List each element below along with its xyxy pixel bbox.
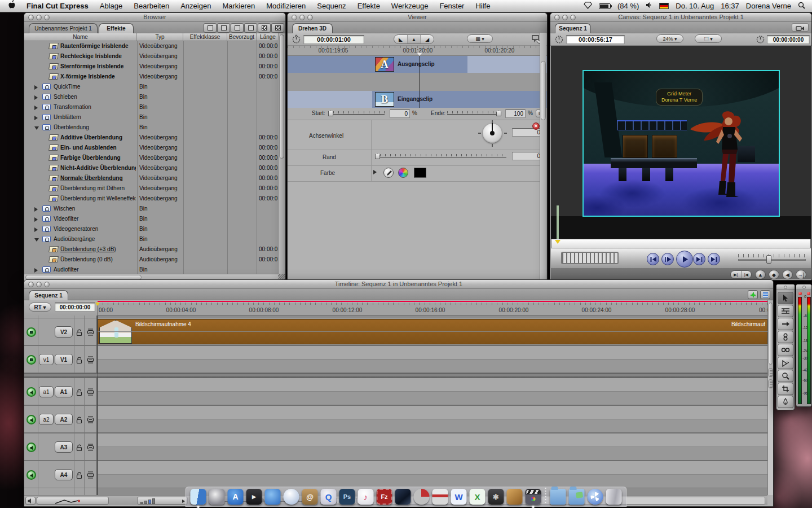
start-value-field[interactable]: 0 bbox=[390, 110, 410, 118]
track-lane-v2[interactable]: Bildschirmaufnahme 4Bildschirmauf bbox=[98, 318, 767, 345]
stopwatch-icon[interactable] bbox=[554, 34, 564, 44]
effect-row-quicktime[interactable]: QuickTimeBin bbox=[24, 82, 279, 92]
effect-row-farbige-uberblendung[interactable]: Farbige ÜberblendungVideoübergang00:00:0 bbox=[24, 153, 279, 163]
volume-icon[interactable] bbox=[646, 2, 652, 10]
tab-drehen-3d[interactable]: Drehen 3D bbox=[292, 23, 333, 33]
minimize-button[interactable] bbox=[36, 15, 42, 20]
color-swatch[interactable] bbox=[414, 168, 426, 178]
next-edit-button[interactable] bbox=[708, 253, 720, 265]
disclosure-triangle[interactable] bbox=[34, 95, 38, 100]
dock-icon-gear-app[interactable]: ✱ bbox=[488, 489, 504, 505]
edit-selection-tool[interactable] bbox=[778, 305, 793, 317]
menu-markieren[interactable]: Markieren bbox=[217, 0, 261, 12]
eyedropper-button[interactable] bbox=[383, 168, 394, 178]
disclosure-triangle[interactable] bbox=[34, 207, 38, 212]
menu-fenster[interactable]: Fenster bbox=[434, 0, 470, 12]
dock-icon-finder[interactable] bbox=[191, 489, 206, 505]
match-frame-button[interactable]: ◀ bbox=[782, 270, 793, 279]
clip-overlays-button[interactable] bbox=[760, 290, 770, 299]
effect-row-videogeneratoren[interactable]: VideogeneratorenBin bbox=[24, 224, 279, 234]
dock-icon-media-player[interactable]: ▶ bbox=[246, 489, 262, 505]
menu-effekte[interactable]: Effekte bbox=[352, 0, 386, 12]
minimize-button[interactable] bbox=[562, 15, 568, 20]
viewer-playhead[interactable] bbox=[420, 56, 420, 109]
dock-icon-final-cut[interactable] bbox=[526, 489, 541, 505]
dock-icon-fan-app[interactable] bbox=[588, 489, 603, 505]
dock-icon-filezilla[interactable]: Fz bbox=[377, 489, 392, 505]
crop-tool[interactable] bbox=[778, 383, 793, 395]
canvas-window-controls[interactable] bbox=[554, 15, 576, 20]
effect-row-additive-uberblendung[interactable]: Additive ÜberblendungVideoübergang00:00:… bbox=[24, 133, 279, 143]
dock-icon-launchpad[interactable] bbox=[209, 489, 225, 505]
minimize-button[interactable] bbox=[36, 282, 42, 287]
disclosure-triangle[interactable] bbox=[34, 268, 38, 273]
tab-sequenz-1[interactable]: Sequenz 1 bbox=[555, 23, 591, 33]
bin-view-button-1[interactable] bbox=[217, 23, 230, 33]
menu-time[interactable]: 16:37 bbox=[721, 2, 739, 10]
zoom-button[interactable] bbox=[307, 15, 313, 20]
disclosure-triangle[interactable] bbox=[34, 116, 38, 120]
pen-tool[interactable] bbox=[778, 396, 793, 408]
track-lane-a2[interactable] bbox=[98, 405, 767, 433]
viewer-titlebar[interactable]: Viewer bbox=[288, 13, 547, 22]
effect-row-wischen[interactable]: WischenBin bbox=[24, 204, 279, 214]
zoom-button[interactable] bbox=[44, 282, 50, 287]
dock-icon-garageband[interactable] bbox=[507, 489, 523, 505]
disclosure-triangle[interactable] bbox=[34, 85, 38, 90]
close-button[interactable] bbox=[28, 282, 34, 287]
play-around-button[interactable] bbox=[661, 253, 674, 265]
keyboard-layout-flag-icon[interactable] bbox=[659, 3, 669, 9]
dock-icon-ring-app[interactable] bbox=[414, 489, 430, 505]
bin-view-button-3[interactable] bbox=[244, 23, 257, 33]
shuttle-slider[interactable] bbox=[738, 254, 806, 262]
minimize-button[interactable] bbox=[299, 15, 305, 20]
disclosure-triangle[interactable] bbox=[34, 227, 38, 232]
achsenwinkel-dial[interactable] bbox=[483, 124, 502, 143]
jog-wheel[interactable] bbox=[561, 252, 619, 264]
next-edit-button[interactable]: |◀ bbox=[742, 271, 752, 278]
effect-row-nicht-additive-uberblendung[interactable]: Nicht-Additive ÜberblendungVideoübergang… bbox=[24, 163, 279, 173]
close-button[interactable] bbox=[292, 15, 297, 20]
play-in-to-out-button[interactable] bbox=[693, 253, 705, 265]
clip-keyframes-toggle[interactable] bbox=[37, 497, 109, 505]
marker-button[interactable]: ◆ bbox=[769, 270, 779, 279]
menu-werkzeuge[interactable]: Werkzeuge bbox=[386, 0, 434, 12]
track-lane-v1[interactable] bbox=[98, 345, 767, 373]
clip-keyframes-button[interactable] bbox=[748, 290, 758, 299]
tab-effekte[interactable]: Effekte bbox=[99, 23, 134, 33]
align-end-button[interactable]: ◢ bbox=[421, 35, 434, 43]
viewer-scrollbar[interactable] bbox=[540, 33, 546, 281]
dock-icon-photoshop[interactable]: Ps bbox=[339, 489, 355, 505]
column-header-typ[interactable]: Typ bbox=[137, 33, 183, 41]
tool-palette-titlebar[interactable] bbox=[776, 284, 795, 290]
disclosure-triangle[interactable] bbox=[34, 217, 38, 222]
timeline-window-controls[interactable] bbox=[28, 282, 50, 287]
column-header-bevorzugt[interactable]: Bevorzugt bbox=[227, 33, 257, 41]
close-button[interactable] bbox=[554, 15, 560, 20]
spotlight-search-icon[interactable] bbox=[798, 2, 805, 11]
disclosure-triangle[interactable] bbox=[34, 106, 38, 110]
align-start-button[interactable]: ◣ bbox=[394, 35, 407, 43]
tab-unbenanntes-projekt-1[interactable]: Unbenanntes Projekt 1 bbox=[29, 23, 98, 33]
battery-icon[interactable] bbox=[599, 3, 611, 9]
menu-modifizieren[interactable]: Modifizieren bbox=[261, 0, 311, 12]
previous-edit-button[interactable] bbox=[647, 253, 659, 265]
overwrite-button[interactable]: ▲ bbox=[755, 270, 766, 279]
clip-bildschirmaufnahme-4[interactable]: Bildschirmaufnahme 4Bildschirmauf bbox=[98, 319, 767, 344]
disclosure-triangle[interactable] bbox=[34, 126, 39, 130]
effect-row-normale-uberblendung[interactable]: Normale ÜberblendungVideoübergang00:00:0 bbox=[24, 173, 279, 183]
play-button[interactable] bbox=[676, 251, 693, 268]
menu-sequenz[interactable]: Sequenz bbox=[311, 0, 351, 12]
canvas-duration-timecode[interactable]: 00:00:00:00 bbox=[767, 35, 810, 44]
effect-row-rautenformige-irisblende[interactable]: Rautenförmige IrisblendeVideoübergang00:… bbox=[24, 41, 279, 51]
dock-icon-app-store[interactable]: A bbox=[228, 489, 244, 505]
icon-view-button-1[interactable] bbox=[258, 23, 271, 33]
effect-row-sternformige-irisblende[interactable]: Sternförmige IrisblendeVideoübergang00:0… bbox=[24, 62, 279, 72]
incoming-clip-track[interactable]: B Eingangsclip bbox=[288, 91, 547, 108]
browser-vscrollbar[interactable] bbox=[278, 33, 285, 274]
zoom-button[interactable] bbox=[44, 15, 50, 20]
match-frame-buttons[interactable]: ▶||◀ bbox=[730, 270, 752, 279]
column-header-effektklasse[interactable]: Effektklasse bbox=[183, 33, 227, 41]
viewer-window-controls[interactable] bbox=[292, 15, 313, 20]
effect-row-transformation[interactable]: TransformationBin bbox=[24, 102, 279, 112]
